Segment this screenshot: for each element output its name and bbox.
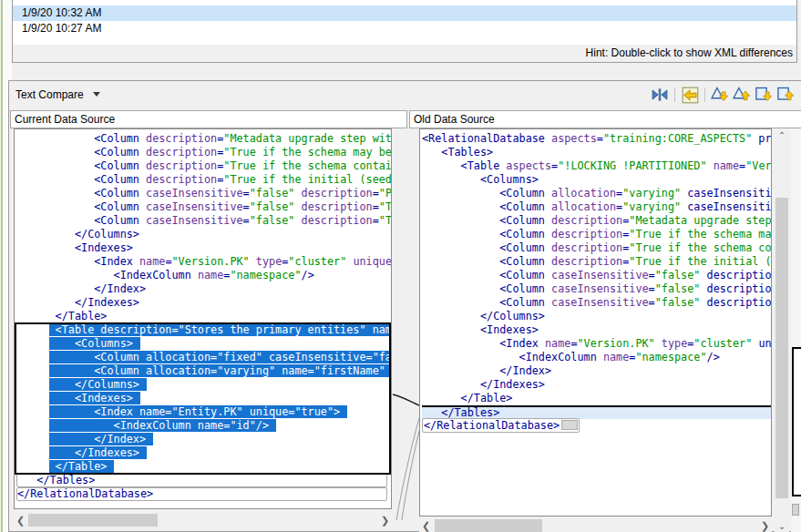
overview-current-diff-marker[interactable] [792,347,801,496]
next-change-button[interactable] [754,86,774,104]
compare-mode-label: Text Compare [15,88,84,101]
scrollbar-thumb[interactable] [435,519,542,532]
timestamp-label: 1/9/20 10:32 AM [22,6,101,19]
copy-left-icon [682,87,699,104]
toolbar-separator [704,87,705,102]
code-line: <Index name="Entity.PK" unique="true"> [16,405,391,419]
code-line: <Indexes> [422,323,771,337]
copy-all-right-to-left-button[interactable] [680,86,700,104]
switch-left-right-button[interactable] [650,86,670,104]
code-line: <Table aspects="!LOCKING !PARTITIONED" n… [422,159,771,173]
right-horizontal-scrollbar[interactable]: ❮ ❯ [419,518,772,532]
code-line: </Tables> [16,474,387,487]
code-line: <Column description="True if the schema … [422,241,771,255]
code-line: </Columns> [422,310,771,323]
overview-diff-marker[interactable] [792,504,799,516]
code-line: <Column allocation="fixed" caseInsensiti… [16,351,391,364]
code-line: <Index name="Version.PK" type="cluster" … [16,255,391,269]
code-line: <IndexColumn name="id"/> [16,419,391,433]
toolbar-separator [674,87,675,102]
right-pane-title: Old Data Source [409,110,801,128]
diff-handle [561,420,578,430]
code-line: </Table> [16,460,391,474]
compare-mode-dropdown[interactable]: Text Compare [15,87,100,104]
diff-overview-ruler[interactable] [791,128,801,532]
code-line: <IndexColumn name="namespace"/> [16,269,391,282]
code-line: </Table> [16,310,391,323]
right-pane-title-text: Old Data Source [414,113,495,126]
code-line: <Column description="Metadata upgrade st… [16,132,391,146]
code-line: <Column description="True if the schema … [16,159,391,173]
code-line: <Column allocation="varying" caseInsensi… [422,200,771,214]
right-vertical-scrollbar[interactable]: ⌃ ⌄ [775,128,789,532]
previous-difference-icon [733,86,751,104]
code-line: </Indexes> [16,296,391,310]
code-line: <Tables> [422,146,771,159]
code-line: </Index> [422,364,771,378]
code-line: <Column caseInsensitive="false" descript… [422,269,771,282]
code-line: <Column description="True if the schema … [422,228,771,241]
history-list[interactable]: 1/9/20 10:32 AM 1/9/20 10:27 AM Hint: Do… [12,0,797,63]
code-line: <Column allocation="varying" caseInsensi… [422,187,771,200]
chevron-down-icon [93,92,100,97]
next-change-icon [755,86,773,104]
code-line: <Columns> [16,337,391,351]
code-line: <IndexColumn name="namespace"/> [422,351,771,364]
scrollbar-thumb[interactable] [775,198,788,498]
code-line: <Column caseInsensitive="false" descript… [422,282,771,296]
scroll-left-icon[interactable]: ❮ [419,518,433,532]
diff-connector-gutter [393,128,419,520]
previous-change-icon [776,86,795,104]
history-row[interactable]: 1/9/20 10:32 AM [13,5,796,21]
code-line: <Indexes> [16,392,391,405]
code-line: </Table> [422,392,771,405]
code-line: </Columns> [16,228,391,241]
code-line: <Column caseInsensitive="false" descript… [16,187,391,200]
previous-difference-button[interactable] [732,86,752,104]
code-line: <Column caseInsensitive="false" descript… [16,200,391,214]
history-row[interactable]: 1/9/20 10:27 AM [13,21,796,36]
code-line: <Column description="Metadata upgrade st… [422,214,771,228]
compare-toolbar [650,85,796,105]
left-edge-accent [1,0,3,532]
code-line: <Column description="True if the initial… [16,173,391,187]
scroll-right-icon[interactable]: ❯ [378,513,392,527]
code-line: </Tables> [422,405,771,419]
code-line: <Table description="Stores the primary e… [16,323,391,337]
code-line: <Column description="True if the schema … [16,146,391,159]
code-line: <Indexes> [16,241,391,255]
diff-connector-lines [393,128,419,520]
right-code-pane[interactable]: <RelationalDatabase aspects="training:CO… [419,128,772,517]
scrollbar-thumb[interactable] [28,514,158,527]
code-line: </RelationalDatabase> [422,419,771,433]
code-line: </Index> [16,282,391,296]
code-line: <RelationalDatabase aspects="training:CO… [422,132,771,146]
mirror-compare-icon [652,87,668,103]
left-pane-title-text: Current Data Source [15,113,115,126]
scroll-right-icon[interactable]: ❯ [758,518,772,532]
scroll-down-icon[interactable]: ⌄ [775,519,789,532]
code-line: </Columns> [16,378,391,392]
next-difference-button[interactable] [710,86,730,104]
code-line: </RelationalDatabase> [16,487,387,501]
previous-change-button[interactable] [775,86,796,104]
hint-text: Hint: Double-click to show XML differenc… [586,46,793,59]
timestamp-label: 1/9/20 10:27 AM [22,22,101,35]
code-line: </Index> [16,433,391,446]
scroll-left-icon[interactable]: ❮ [14,513,27,527]
code-line: </Indexes> [422,378,771,392]
next-difference-icon [711,86,729,104]
code-line: <Columns> [422,173,771,187]
scroll-up-icon[interactable]: ⌃ [775,128,789,142]
code-line: <Column description="True if the initial… [422,255,771,269]
code-line: <Column caseInsensitive="false" descript… [16,214,391,228]
left-pane-title: Current Data Source [10,110,407,128]
hint-bar: Hint: Double-click to show XML differenc… [13,45,796,62]
code-line: <Index name="Version.PK" type="cluster" … [422,337,771,351]
left-horizontal-scrollbar[interactable]: ❮ ❯ [14,513,392,527]
compare-editor: Text Compare [8,80,801,532]
left-code-pane[interactable]: <Column description="Metadata upgrade st… [14,128,392,509]
code-line: </Indexes> [16,446,391,460]
code-line: <Column caseInsensitive="false" descript… [422,296,771,310]
code-line: <Column allocation="varying" name="first… [16,364,391,378]
